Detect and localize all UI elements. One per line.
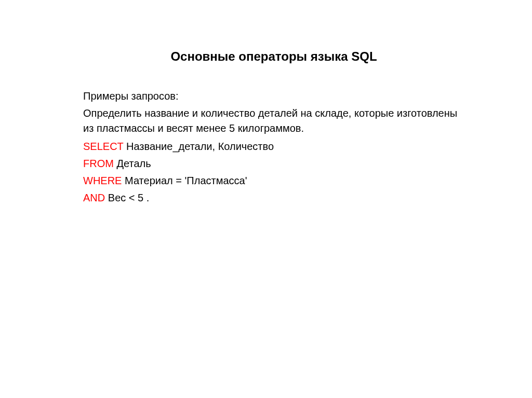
- sql-and-line: AND Вес < 5 .: [83, 190, 464, 205]
- sql-keyword-from: FROM: [83, 158, 114, 169]
- sql-select-rest: Название_детали, Количество: [123, 141, 274, 152]
- sql-where-rest: Материал = 'Пластмасса': [122, 175, 247, 186]
- sql-and-rest: Вес < 5 .: [105, 192, 149, 203]
- sql-where-line: WHERE Материал = 'Пластмасса': [83, 173, 464, 188]
- sql-from-rest: Деталь: [114, 158, 151, 169]
- sql-select-line: SELECT Название_детали, Количество: [83, 139, 464, 154]
- sql-keyword-select: SELECT: [83, 141, 123, 152]
- intro-text: Примеры запросов:: [83, 89, 464, 104]
- sql-keyword-and: AND: [83, 192, 105, 203]
- sql-keyword-where: WHERE: [83, 175, 122, 186]
- slide-title: Основные операторы языка SQL: [83, 49, 464, 64]
- task-description: Определить название и количество деталей…: [83, 106, 464, 136]
- slide-content: Примеры запросов: Определить название и …: [83, 89, 464, 205]
- sql-from-line: FROM Деталь: [83, 156, 464, 171]
